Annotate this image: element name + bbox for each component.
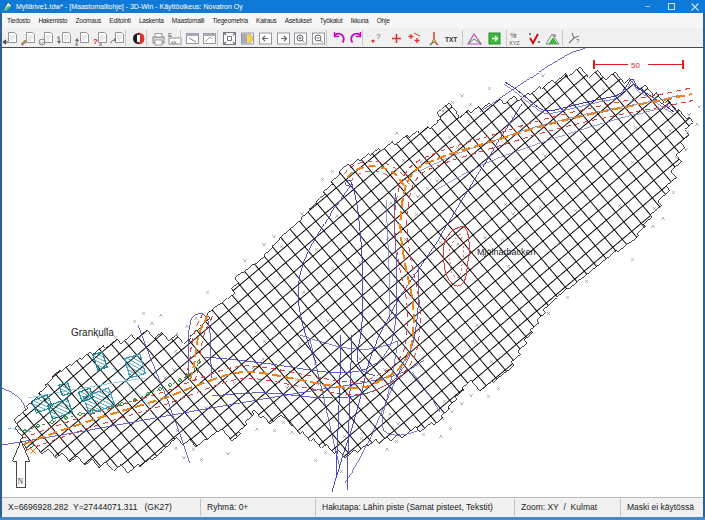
- svg-text:XYZ: XYZ: [509, 40, 520, 46]
- svg-text:a: a: [553, 32, 556, 38]
- svg-text:Grankulla: Grankulla: [71, 327, 114, 338]
- svg-text:?: ?: [93, 37, 98, 46]
- svg-text:E: E: [168, 32, 172, 38]
- svg-text:N: N: [18, 477, 24, 486]
- svg-text:50: 50: [631, 61, 640, 70]
- svg-text:?: ?: [576, 38, 580, 44]
- svg-text:/: /: [515, 33, 517, 39]
- svg-text:?: ?: [376, 32, 381, 41]
- svg-text:TXT: TXT: [445, 36, 457, 43]
- svg-text:xx: xx: [171, 39, 177, 45]
- svg-text:a: a: [57, 34, 60, 40]
- svg-text:Mjölnarbacken: Mjölnarbacken: [477, 247, 536, 257]
